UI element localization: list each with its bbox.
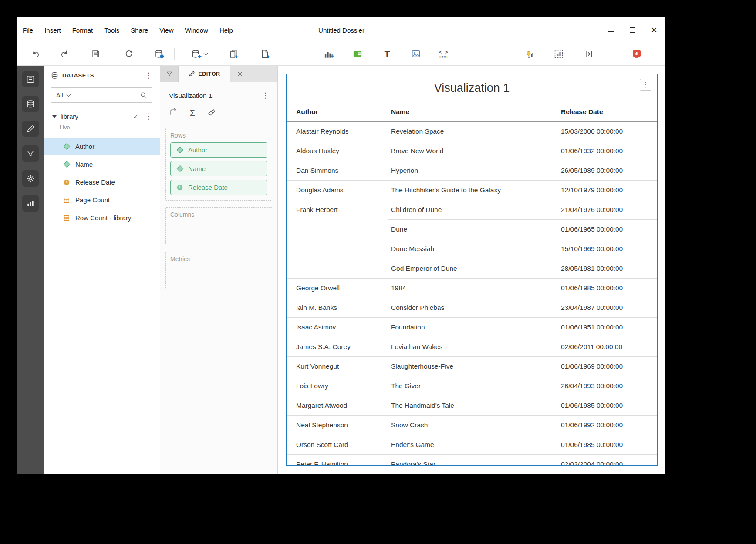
grid-cell-release-date[interactable]: 26/04/1993 00:00:00 [557,376,657,396]
grid-cell-author[interactable]: Aldous Huxley [287,141,388,161]
datasets-menu-button[interactable]: ⋮ [142,70,155,81]
grid-cell-release-date[interactable]: 01/06/1992 00:00:00 [557,416,657,435]
grid-cell-name[interactable]: Dune [388,220,557,239]
grid-cell-author[interactable]: Dan Simmons [287,161,388,181]
aggregate-button[interactable]: Σ [190,108,195,118]
grid-cell-author[interactable]: Douglas Adams [287,181,388,200]
menu-window[interactable]: Window [181,24,213,37]
grid-cell-release-date[interactable]: 12/10/1979 00:00:00 [557,181,657,200]
grid-cell-release-date[interactable]: 28/05/1981 00:00:00 [557,259,657,279]
grid-cell-author[interactable]: Orson Scott Card [287,435,388,455]
expand-caret-icon[interactable] [52,115,57,118]
visualization-menu-button[interactable]: ⋮ [259,90,272,101]
grid-cell-author[interactable]: Isaac Asimov [287,318,388,337]
field-item-author[interactable]: Author [44,138,160,155]
menu-help[interactable]: Help [215,24,237,37]
object-filter-dropdown[interactable]: All [56,92,70,99]
clear-button[interactable] [207,108,216,118]
grid-cell-name[interactable]: The Giver [388,376,557,396]
menu-view[interactable]: View [155,24,178,37]
duplicate-page-button[interactable] [226,46,242,62]
chip-author[interactable]: Author [170,142,267,158]
grid-cell-release-date[interactable]: 01/06/1969 00:00:00 [557,357,657,376]
insert-visualization-button[interactable] [321,46,337,62]
insights-button[interactable] [521,46,537,62]
grid-cell-author[interactable]: Peter F. Hamilton [287,455,388,467]
contents-panel-button[interactable] [22,71,39,87]
chip-name[interactable]: Name [170,161,267,176]
grid-cell-author[interactable]: Iain M. Banks [287,298,388,318]
grid-cell-author[interactable]: George Orwell [287,279,388,298]
menu-share[interactable]: Share [126,24,152,37]
redo-button[interactable] [57,46,72,62]
insert-html-button[interactable]: < > HTML [436,46,452,62]
columns-drop-zone[interactable]: Columns [165,207,272,245]
grid-cell-release-date[interactable]: 01/06/1985 00:00:00 [557,435,657,455]
grid-cell-release-date[interactable]: 01/06/1965 00:00:00 [557,220,657,239]
grid-cell-release-date[interactable]: 15/03/2000 00:00:00 [557,122,657,141]
field-item-release-date[interactable]: Release Date [44,173,160,191]
grid-cell-author[interactable]: Neal Stephenson [287,416,388,435]
presentation-button[interactable] [629,46,645,62]
grid-cell-release-date[interactable]: 21/04/1976 00:00:00 [557,200,657,220]
grid-cell-name[interactable]: God Emperor of Dune [388,259,557,279]
grid-cell-name[interactable]: Pandora's Star [388,455,557,467]
grid-cell-release-date[interactable]: 02/03/2004 00:00:00 [557,455,657,467]
add-data-button[interactable] [188,46,210,62]
grid-cell-name[interactable]: The Hitchhiker's Guide to the Galaxy [388,181,557,200]
grid-column-header[interactable]: Release Date [557,103,657,122]
save-button[interactable] [88,46,104,62]
grid-cell-author[interactable]: James S.A. Corey [287,337,388,357]
menu-file[interactable]: File [18,24,37,37]
settings-panel-button[interactable] [22,170,39,187]
grid-cell-name[interactable]: Hyperion [388,161,557,181]
chip-release-date[interactable]: Release Date [170,180,267,195]
grid-column-header[interactable]: Name [388,103,557,122]
grid-cell-name[interactable]: Revelation Space [388,122,557,141]
close-button[interactable]: × [649,24,659,36]
grid-cell-author[interactable]: Margaret Atwood [287,396,388,416]
insert-selector-button[interactable] [350,46,365,62]
group-elements-button[interactable] [551,46,567,62]
filter-panel-button[interactable] [22,145,39,162]
grid-cell-name[interactable]: Consider Phlebas [388,298,557,318]
grid-cell-release-date[interactable]: 26/05/1989 00:00:00 [557,161,657,181]
menu-insert[interactable]: Insert [40,24,65,37]
grid-cell-release-date[interactable]: 01/06/1985 00:00:00 [557,396,657,416]
undo-button[interactable] [28,46,44,62]
menu-format[interactable]: Format [68,24,98,37]
menu-tools[interactable]: Tools [100,24,124,37]
grid-cell-name[interactable]: Foundation [388,318,557,337]
grid-cell-author[interactable]: Lois Lowry [287,376,388,396]
grid-cell-name[interactable]: Slaughterhouse-Five [388,357,557,376]
field-item-row-count[interactable]: Row Count - library [44,209,160,227]
format-tab[interactable] [230,66,250,82]
rows-drop-zone[interactable]: Rows Author Name [165,128,272,201]
dataset-menu-button[interactable]: ⋮ [142,111,155,122]
add-page-button[interactable] [257,46,273,62]
metrics-drop-zone[interactable]: Metrics [165,252,272,289]
filter-tab[interactable] [160,66,179,82]
editor-tab[interactable]: EDITOR [179,66,230,82]
grid-cell-author[interactable]: Kurt Vonnegut [287,357,388,376]
datasets-panel-button[interactable] [22,96,39,112]
field-item-name[interactable]: Name [44,155,160,173]
grid-cell-author[interactable]: Frank Herbert [287,200,388,279]
grid-cell-name[interactable]: Leviathan Wakes [388,337,557,357]
insert-image-button[interactable] [408,46,424,62]
visualization-card[interactable]: ⋮ Visualization 1 AuthorNameRelease Date… [286,74,658,466]
grid-cell-name[interactable]: 1984 [388,279,557,298]
grid-cell-name[interactable]: Children of Dune [388,200,557,220]
dataset-tree-item[interactable]: library ✓ ⋮ [44,108,160,124]
search-button[interactable] [140,91,147,99]
grid-cell-release-date[interactable]: 23/04/1987 00:00:00 [557,298,657,318]
dataset-info-button[interactable] [152,46,167,62]
refresh-button[interactable] [121,46,137,62]
insert-text-button[interactable]: T [379,46,395,62]
minimize-button[interactable] [605,24,616,36]
grid-cell-release-date[interactable]: 15/10/1969 00:00:00 [557,239,657,259]
grid-cell-name[interactable]: Snow Crash [388,416,557,435]
grid-cell-release-date[interactable]: 01/06/1985 00:00:00 [557,279,657,298]
grid-cell-author[interactable]: Alastair Reynolds [287,122,388,141]
editor-panel-button[interactable] [22,121,39,137]
